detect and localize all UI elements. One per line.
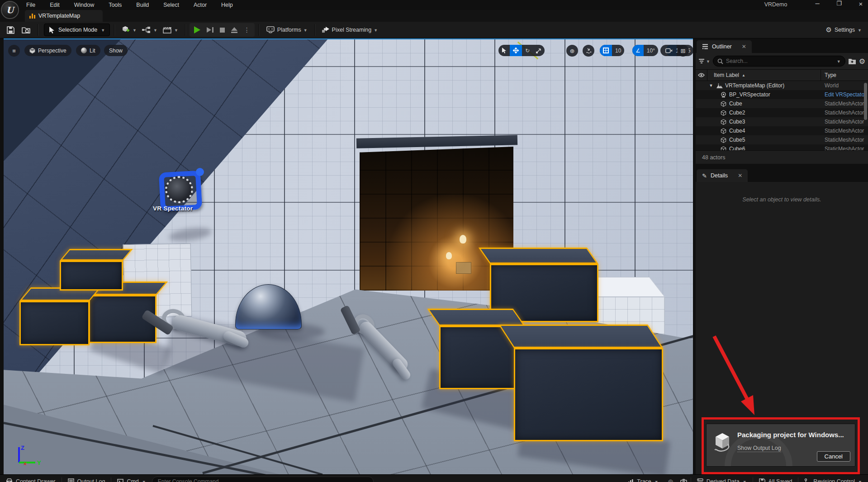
- angle-snap-toggle[interactable]: ∠: [632, 45, 644, 56]
- viewport-3d-scene[interactable]: VR Spectator Z Y × ≡ Perspective Lit Sho…: [4, 38, 693, 474]
- show-output-log-link[interactable]: Show Output Log: [737, 445, 781, 452]
- search-history-caret[interactable]: ▼: [837, 59, 841, 64]
- outliner-row-cube6[interactable]: Cube6StaticMeshActor: [696, 144, 868, 150]
- all-saved-indicator[interactable]: All Saved: [753, 475, 798, 482]
- cube-static-mesh[interactable]: [439, 309, 525, 389]
- outliner-settings-gear-icon[interactable]: ⚙: [859, 57, 865, 66]
- outliner-search-box[interactable]: ▼: [713, 56, 845, 67]
- cube-icon: [720, 100, 727, 107]
- pixel-streaming-dropdown[interactable]: Pixel Streaming▼: [319, 24, 380, 36]
- unreal-logo-icon[interactable]: U: [1, 1, 19, 19]
- outliner-row-cube2[interactable]: Cube2StaticMeshActor: [696, 108, 868, 117]
- type-column-header[interactable]: Type: [821, 72, 868, 78]
- spectator-camera-icon: [720, 91, 727, 98]
- select-tool-button[interactable]: [498, 45, 510, 56]
- tab-details[interactable]: ✎ Details ✕: [697, 169, 748, 182]
- close-icon[interactable]: ✕: [742, 43, 746, 50]
- lit-dropdown[interactable]: Lit: [76, 45, 100, 56]
- save-status-icon: [759, 478, 765, 482]
- edit-blueprint-link[interactable]: Edit VRSpectator: [821, 91, 868, 98]
- menu-item-build[interactable]: Build: [135, 1, 150, 9]
- main-toolbar: Selection Mode▼ ▼ ▼ ▼ ⋮ Platforms▼: [0, 22, 868, 38]
- menu-item-file[interactable]: File: [25, 1, 36, 9]
- outliner-footer: 48 actors: [696, 150, 868, 164]
- menu-item-help[interactable]: Help: [220, 1, 234, 9]
- outliner-scrollbar[interactable]: [864, 83, 867, 120]
- add-cube-icon: [121, 25, 130, 34]
- derived-data-icon: [697, 478, 703, 482]
- cmd-dropdown[interactable]: Cmd▼: [111, 475, 152, 482]
- show-dropdown[interactable]: Show: [104, 45, 128, 56]
- browse-content-button[interactable]: [18, 24, 33, 36]
- tab-vrtemplatemap[interactable]: VRTemplateMap: [25, 10, 103, 22]
- grid-snap-toggle[interactable]: [600, 45, 612, 56]
- selection-mode-dropdown[interactable]: Selection Mode▼: [44, 24, 110, 36]
- blueprints-dropdown[interactable]: ▼: [139, 24, 160, 36]
- screenshot-icon[interactable]: [677, 479, 691, 482]
- filter-icon[interactable]: ▼: [698, 58, 710, 64]
- cinematics-dropdown[interactable]: ▼: [160, 24, 181, 36]
- svg-text:Z: Z: [21, 444, 24, 451]
- add-actor-dropdown[interactable]: ▼: [119, 24, 139, 36]
- restore-button[interactable]: ❐: [835, 0, 844, 8]
- visibility-column-header[interactable]: [696, 70, 707, 81]
- eject-button[interactable]: [231, 27, 237, 33]
- console-command-input[interactable]: [152, 477, 374, 482]
- stop-button[interactable]: [220, 28, 225, 33]
- outliner-rows: ▼VRTemplateMap (Editor)WorldBP_VRSpectat…: [696, 81, 868, 150]
- play-options-kebab[interactable]: ⋮: [244, 26, 250, 33]
- revision-control-dropdown[interactable]: Revision Control▼: [798, 475, 868, 482]
- item-label-column-header[interactable]: Item Label ▲: [707, 70, 821, 81]
- cube-icon: [720, 110, 727, 116]
- settings-dropdown[interactable]: ⚙ Settings▼: [825, 26, 862, 34]
- scale-tool-button[interactable]: [533, 45, 545, 56]
- menu-item-edit[interactable]: Edit: [49, 1, 61, 9]
- expand-collapse-icon[interactable]: ▼: [708, 83, 714, 88]
- surface-snapping-button[interactable]: [583, 45, 594, 57]
- viewport-options-button[interactable]: ≡: [8, 45, 20, 57]
- menu-item-tools[interactable]: Tools: [108, 1, 123, 9]
- outliner-row-cube[interactable]: CubeStaticMeshActor: [696, 99, 868, 108]
- platforms-dropdown[interactable]: Platforms▼: [263, 24, 310, 36]
- menu-item-actor[interactable]: Actor: [193, 1, 208, 9]
- close-icon[interactable]: ✕: [738, 172, 742, 179]
- eye-icon: [698, 73, 705, 77]
- vr-spectator-label: VR Spectator: [153, 205, 212, 212]
- menu-item-window[interactable]: Window: [73, 1, 95, 9]
- create-folder-icon[interactable]: [848, 58, 856, 65]
- close-button[interactable]: ×: [856, 0, 865, 8]
- rotate-tool-button[interactable]: ↻: [522, 45, 533, 56]
- outliner-row-bp-vrspectator[interactable]: BP_VRSpectatorEdit VRSpectator: [696, 90, 868, 99]
- cube-static-mesh[interactable]: [514, 325, 663, 441]
- save-button[interactable]: [3, 24, 18, 36]
- minimize-button[interactable]: ─: [813, 0, 822, 8]
- cube-static-mesh[interactable]: [60, 249, 123, 291]
- axis-gizmo: Z Y ×: [14, 444, 45, 466]
- world-coordinate-button[interactable]: ⊕: [566, 45, 578, 57]
- performance-icon[interactable]: ◎: [664, 478, 677, 482]
- actor-type-label: StaticMeshActor: [821, 128, 868, 134]
- outliner-row-cube4[interactable]: Cube4StaticMeshActor: [696, 126, 868, 135]
- move-tool-button[interactable]: [510, 45, 522, 56]
- maximize-viewport-button[interactable]: ⊞: [677, 45, 689, 57]
- grid-icon: [603, 48, 609, 53]
- search-input[interactable]: [726, 58, 834, 64]
- perspective-dropdown[interactable]: Perspective: [24, 45, 71, 56]
- play-button[interactable]: [194, 26, 200, 33]
- trace-dropdown[interactable]: Trace▼: [622, 475, 664, 482]
- outliner-column-headers: Item Label ▲ Type: [696, 69, 868, 81]
- menu-item-select[interactable]: Select: [162, 1, 180, 9]
- outliner-row-vrtemplatemap-editor-[interactable]: ▼VRTemplateMap (Editor)World: [696, 81, 868, 90]
- grid-snap-value[interactable]: 10: [612, 45, 624, 56]
- output-log-button[interactable]: Output Log: [62, 475, 111, 482]
- derived-data-dropdown[interactable]: Derived Data▼: [691, 475, 753, 482]
- frame-skip-button[interactable]: [207, 27, 213, 33]
- content-drawer-button[interactable]: Content Drawer: [0, 475, 62, 482]
- level-tab-icon: [29, 14, 35, 19]
- outliner-row-cube5[interactable]: Cube5StaticMeshActor: [696, 135, 868, 144]
- rotation-snap-value[interactable]: 10°: [644, 45, 658, 56]
- tab-outliner[interactable]: Outliner ✕: [697, 40, 752, 53]
- outliner-row-cube3[interactable]: Cube3StaticMeshActor: [696, 117, 868, 126]
- cancel-button[interactable]: Cancel: [817, 451, 850, 462]
- cube-static-mesh[interactable]: [19, 287, 90, 345]
